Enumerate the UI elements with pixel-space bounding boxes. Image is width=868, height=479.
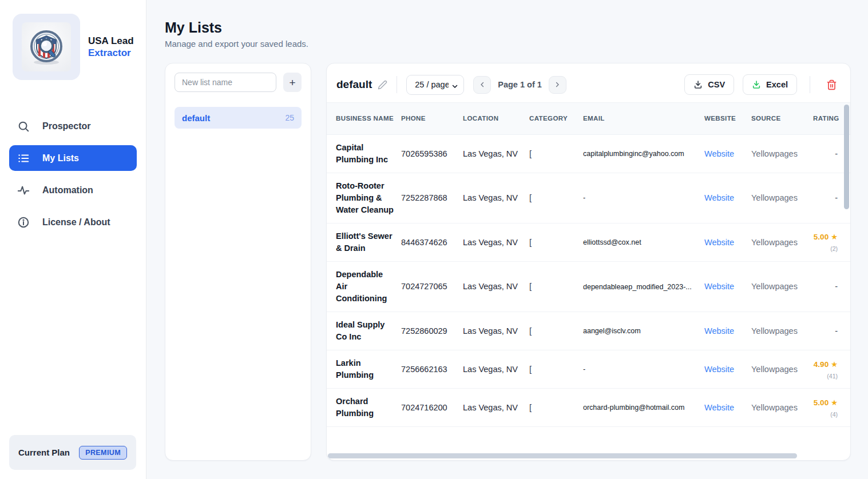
star-icon: ★ bbox=[831, 360, 838, 369]
table-row: Roto-Rooter Plumbing & Water Cleanup 725… bbox=[327, 173, 850, 223]
export-excel-button[interactable]: Excel bbox=[743, 74, 797, 95]
table-body: Capital Plumbing Inc 7026595386 Las Vega… bbox=[327, 135, 850, 427]
website-link[interactable]: Website bbox=[704, 193, 734, 202]
table-row: Capital Plumbing Inc 7026595386 Las Vega… bbox=[327, 135, 850, 173]
app-title-line2: Extractor bbox=[88, 47, 134, 59]
table-row: Orchard Plumbing 7024716200 Las Vegas, N… bbox=[327, 389, 850, 427]
website-link[interactable]: Website bbox=[704, 149, 734, 158]
new-list-input[interactable] bbox=[175, 73, 276, 92]
cell-email: elliottssd@cox.net bbox=[583, 230, 704, 254]
cell-source: Yellowpages bbox=[751, 230, 813, 256]
cell-phone: 8446374626 bbox=[401, 230, 463, 256]
sidebar-item-prospector[interactable]: Prospector bbox=[9, 113, 137, 139]
table-header-row: BUSINESS NAMEPHONELOCATIONCATEGORYEMAILW… bbox=[327, 102, 850, 135]
column-header: WEBSITE bbox=[704, 114, 751, 123]
next-page-button[interactable] bbox=[549, 76, 566, 94]
cell-phone: 7024716200 bbox=[401, 395, 463, 421]
sidebar-nav: Prospector My Lists Automation License /… bbox=[0, 113, 146, 235]
excel-button-label: Excel bbox=[766, 80, 788, 89]
column-header: EMAIL bbox=[583, 114, 704, 123]
sidebar: USA Lead Extractor Prospector My Lists A… bbox=[0, 0, 146, 479]
column-header: PHONE bbox=[401, 114, 463, 123]
leads-table-card: default 25 / page Page 1 of 1 bbox=[326, 63, 851, 461]
app-title: USA Lead Extractor bbox=[88, 35, 134, 59]
cell-business-name: Capital Plumbing Inc bbox=[336, 135, 401, 173]
cell-rating: 5.00 ★(2) bbox=[813, 224, 850, 260]
website-link[interactable]: Website bbox=[704, 403, 734, 412]
info-icon bbox=[17, 216, 30, 229]
prev-page-button[interactable] bbox=[473, 76, 491, 94]
cell-business-name: Elliott's Sewer & Drain bbox=[336, 223, 401, 261]
website-link[interactable]: Website bbox=[704, 238, 734, 247]
star-icon: ★ bbox=[831, 233, 838, 241]
cell-email: - bbox=[583, 357, 704, 381]
cell-rating: 4.90 ★(41) bbox=[813, 352, 850, 388]
current-plan-card: Current Plan PREMIUM bbox=[9, 435, 136, 470]
sidebar-item-license-about[interactable]: License / About bbox=[9, 209, 137, 235]
cell-location: Las Vegas, NV bbox=[463, 185, 529, 211]
cell-category: [ bbox=[529, 395, 583, 421]
cell-location: Las Vegas, NV bbox=[463, 274, 529, 300]
website-link[interactable]: Website bbox=[704, 326, 734, 336]
delete-list-button[interactable] bbox=[823, 76, 841, 94]
cell-location: Las Vegas, NV bbox=[463, 318, 529, 344]
cell-category: [ bbox=[529, 230, 583, 256]
cell-business-name: Larkin Plumbing bbox=[336, 350, 401, 388]
cell-location: Las Vegas, NV bbox=[463, 357, 529, 382]
table-row: Ideal Supply Co Inc 7252860029 Las Vegas… bbox=[327, 312, 850, 350]
table-row: Elliott's Sewer & Drain 8446374626 Las V… bbox=[327, 223, 850, 262]
page-size-select[interactable]: 25 / page bbox=[406, 75, 464, 95]
csv-button-label: CSV bbox=[708, 80, 725, 89]
cell-phone: 7252860029 bbox=[401, 318, 463, 344]
list-name: default bbox=[182, 113, 210, 123]
vertical-scrollbar-thumb[interactable] bbox=[844, 105, 849, 209]
cell-source: Yellowpages bbox=[751, 395, 813, 421]
cell-email: aangel@isclv.com bbox=[583, 319, 704, 343]
sidebar-item-label: License / About bbox=[42, 217, 110, 227]
brand: USA Lead Extractor bbox=[0, 0, 146, 80]
column-header: BUSINESS NAME bbox=[336, 114, 401, 123]
chevron-left-icon bbox=[479, 81, 486, 88]
cell-source: Yellowpages bbox=[751, 318, 813, 344]
add-list-button[interactable]: + bbox=[283, 73, 302, 92]
cell-phone: 7252287868 bbox=[401, 185, 463, 211]
page-size-select-wrap: 25 / page bbox=[406, 75, 464, 95]
cell-email: orchard-plumbing@hotmail.com bbox=[583, 396, 704, 420]
sidebar-item-label: Prospector bbox=[42, 121, 90, 131]
edit-list-name-button[interactable] bbox=[378, 80, 387, 90]
list-icon bbox=[17, 152, 30, 165]
cell-email: capitalplumbinginc@yahoo.com bbox=[583, 142, 704, 166]
horizontal-scrollbar-thumb[interactable] bbox=[328, 453, 797, 458]
cell-business-name: Roto-Rooter Plumbing & Water Cleanup bbox=[336, 173, 401, 223]
main-content: My Lists Manage and export your saved le… bbox=[146, 0, 868, 479]
list-item-default[interactable]: default 25 bbox=[175, 107, 302, 129]
cell-location: Las Vegas, NV bbox=[463, 395, 529, 421]
chevron-right-icon bbox=[554, 81, 561, 88]
sidebar-item-my-lists[interactable]: My Lists bbox=[9, 145, 137, 171]
cell-source: Yellowpages bbox=[751, 357, 813, 382]
cell-category: [ bbox=[529, 357, 583, 382]
website-link[interactable]: Website bbox=[704, 282, 734, 291]
page-info: Page 1 of 1 bbox=[498, 80, 542, 89]
cell-category: [ bbox=[529, 274, 583, 300]
cell-location: Las Vegas, NV bbox=[463, 230, 529, 256]
column-header: CATEGORY bbox=[529, 114, 583, 123]
search-icon bbox=[17, 120, 30, 133]
cell-rating: - bbox=[813, 274, 850, 300]
cell-category: [ bbox=[529, 141, 583, 167]
website-link[interactable]: Website bbox=[704, 365, 734, 374]
selected-list-title: default bbox=[336, 78, 372, 91]
star-icon: ★ bbox=[831, 398, 838, 407]
page-subtitle: Manage and export your saved leads. bbox=[165, 39, 308, 49]
sidebar-item-automation[interactable]: Automation bbox=[9, 177, 137, 203]
export-csv-button[interactable]: CSV bbox=[684, 74, 734, 95]
toolbar-divider bbox=[810, 76, 810, 93]
plan-badge: PREMIUM bbox=[79, 446, 127, 460]
cell-category: [ bbox=[529, 185, 583, 211]
trash-icon bbox=[826, 79, 837, 90]
cell-location: Las Vegas, NV bbox=[463, 141, 529, 167]
cell-business-name: Orchard Plumbing bbox=[336, 389, 401, 426]
sidebar-item-label: Automation bbox=[42, 185, 93, 195]
cell-rating: - bbox=[813, 318, 850, 344]
app-logo bbox=[13, 14, 80, 80]
